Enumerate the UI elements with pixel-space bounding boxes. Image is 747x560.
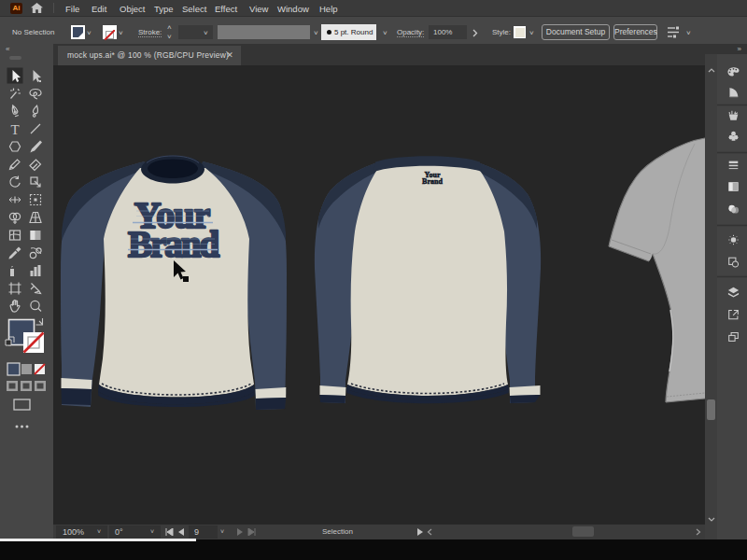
svg-text:T: T: [10, 122, 19, 137]
svg-text:Brand: Brand: [422, 177, 443, 186]
